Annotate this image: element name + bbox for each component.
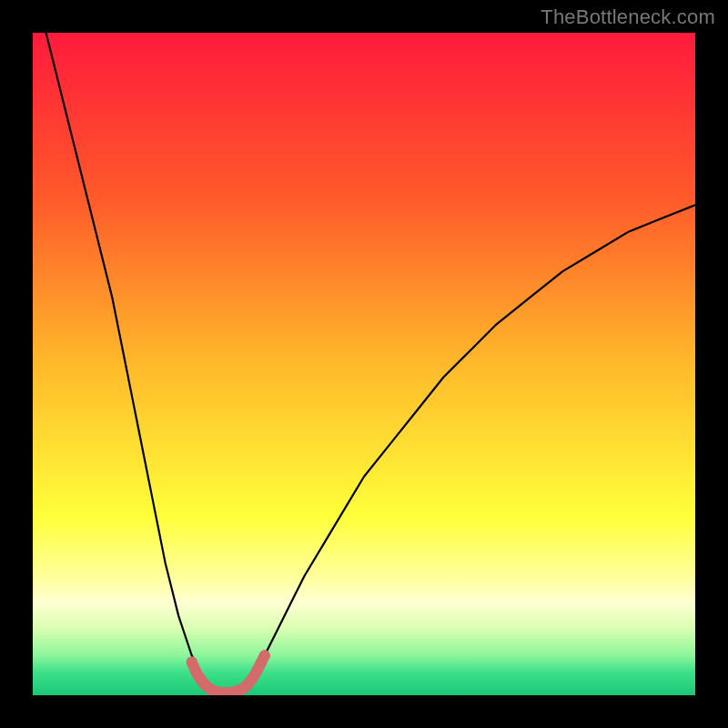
chart-background xyxy=(33,33,695,695)
chart-svg xyxy=(33,33,695,695)
watermark-text: TheBottleneck.com xyxy=(541,5,715,29)
chart-frame: TheBottleneck.com xyxy=(0,0,728,728)
highlight-segment xyxy=(260,655,264,663)
